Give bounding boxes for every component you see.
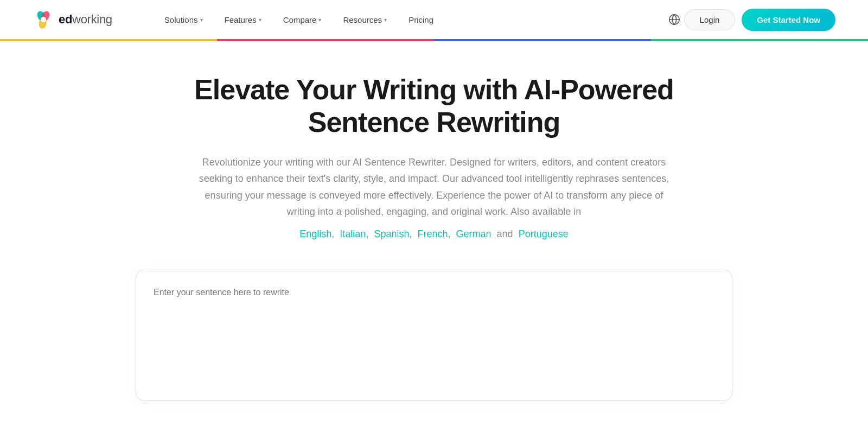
chevron-down-icon: ▾ [384,17,387,23]
nav-label-solutions: Solutions [164,15,198,24]
hero-title: Elevate Your Writing with AI-Powered Sen… [149,74,719,139]
login-button[interactable]: Login [684,9,736,30]
nav-label-compare: Compare [283,15,317,24]
main-nav: Solutions ▾ Features ▾ Compare ▾ Resourc… [156,11,665,29]
chevron-down-icon: ▾ [200,17,203,23]
logo[interactable]: edworking [33,9,112,30]
lang-french[interactable]: French [417,228,448,239]
nav-item-pricing[interactable]: Pricing [400,11,442,29]
hero-description-text: Revolutionize your writing with our AI S… [199,157,669,218]
header-actions: Login Get Started Now [684,9,835,31]
color-bar-red [217,39,434,41]
globe-icon [668,14,680,26]
lang-english[interactable]: English [299,228,331,239]
lang-italian[interactable]: Italian [340,228,366,239]
logo-text: edworking [59,12,112,27]
svg-point-3 [41,17,46,22]
lang-portuguese[interactable]: Portuguese [519,228,569,239]
hero-languages: English, Italian, Spanish, French, Germa… [299,226,568,243]
nav-label-features: Features [225,15,257,24]
hero-description: Revolutionize your writing with our AI S… [190,154,678,220]
header: edworking Solutions ▾ Features ▾ Compare… [0,0,868,39]
chevron-down-icon: ▾ [318,17,321,23]
lang-german[interactable]: German [456,228,492,239]
logo-icon [33,9,54,30]
color-bar-blue [434,39,651,41]
nav-label-pricing: Pricing [409,15,433,24]
main-content: Elevate Your Writing with AI-Powered Sen… [0,41,868,423]
nav-item-resources[interactable]: Resources ▾ [334,11,395,29]
nav-item-solutions[interactable]: Solutions ▾ [156,11,212,29]
nav-label-resources: Resources [343,15,382,24]
chevron-down-icon: ▾ [259,17,261,23]
lang-spanish[interactable]: Spanish [374,228,409,239]
language-globe-button[interactable] [665,10,684,29]
and-text: and [497,228,513,239]
sentence-input-container [136,270,732,401]
color-bar-green [651,39,868,41]
get-started-button[interactable]: Get Started Now [742,9,835,31]
color-bar-yellow [0,39,217,41]
nav-item-compare[interactable]: Compare ▾ [275,11,330,29]
nav-item-features[interactable]: Features ▾ [216,11,270,29]
color-bar [0,39,868,41]
sentence-input[interactable] [154,285,714,383]
